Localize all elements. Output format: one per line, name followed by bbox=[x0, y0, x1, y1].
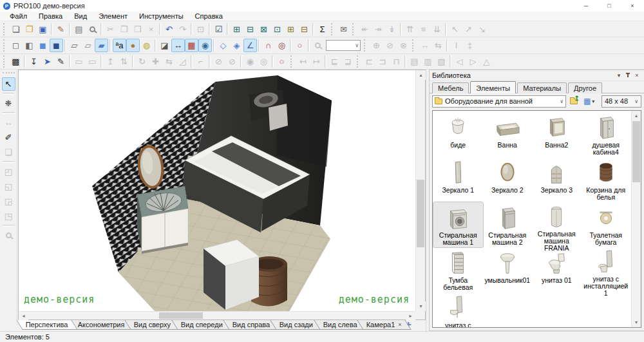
library-item-bath2[interactable]: Ванна2 bbox=[532, 112, 582, 157]
send-mail[interactable]: ✉ bbox=[337, 23, 350, 36]
sum-estimate[interactable]: Σ bbox=[316, 23, 329, 36]
library-item-toilet-paper[interactable]: Туалетная бумага bbox=[582, 202, 631, 247]
view-wireframe[interactable]: ◻ bbox=[9, 39, 23, 52]
panel-preview[interactable]: ⊟ bbox=[243, 23, 257, 36]
snap-points[interactable]: ◇ bbox=[216, 39, 230, 52]
library-tab-furniture[interactable]: Мебель bbox=[432, 82, 469, 93]
collision-ring[interactable]: ○ bbox=[275, 55, 289, 68]
show-shadows[interactable]: ◪ bbox=[158, 39, 171, 52]
view-mode-button[interactable]: ▦ ▾ bbox=[582, 95, 596, 108]
library-tab-elements[interactable]: Элементы bbox=[470, 81, 516, 93]
save-file[interactable]: ▣ bbox=[36, 23, 50, 36]
snap-angle[interactable]: ∠ bbox=[243, 39, 257, 52]
report-editor[interactable]: ✎ bbox=[54, 23, 68, 36]
view-sketch[interactable]: ◧ bbox=[23, 39, 36, 52]
viewport-vertical-scrollbar[interactable]: ▴ ▾ bbox=[415, 70, 425, 311]
pencil-tool[interactable]: ✎ bbox=[54, 55, 68, 68]
library-scrollbar[interactable]: ▴ ▾ bbox=[631, 111, 641, 327]
scroll-left-icon[interactable]: ◂ bbox=[19, 312, 28, 320]
library-item-laundry-basket[interactable]: Корзина для белья bbox=[582, 157, 631, 202]
scroll-up-icon[interactable]: ▴ bbox=[416, 70, 426, 80]
projection-perspective[interactable]: ▰ bbox=[95, 39, 108, 52]
parent-folder-button[interactable]: ↥ bbox=[568, 95, 580, 108]
menu-item-element[interactable]: Элемент bbox=[93, 12, 133, 20]
panel-pin-icon[interactable] bbox=[623, 73, 632, 78]
library-item-washing-machine-1[interactable]: Стиральная машина 1 bbox=[433, 202, 483, 247]
library-item-shower-cabin4[interactable]: душевая кабина4 bbox=[582, 112, 631, 157]
menu-item-tools[interactable]: Инструменты bbox=[133, 12, 189, 20]
menu-item-view[interactable]: Вид bbox=[68, 12, 93, 20]
minimize-button[interactable]: ─ bbox=[574, 0, 598, 12]
view-textured[interactable]: ◼ bbox=[50, 39, 63, 52]
dropdown-arrow-icon[interactable]: ∨ bbox=[560, 99, 564, 104]
panel-prices[interactable]: ⊟ bbox=[298, 23, 311, 36]
scroll-down-icon[interactable]: ▾ bbox=[632, 318, 641, 327]
new-file[interactable]: ❏ bbox=[9, 23, 23, 36]
print-preview[interactable] bbox=[86, 23, 99, 36]
maximize-button[interactable]: □ bbox=[598, 0, 621, 12]
cut-tool[interactable]: ❈ bbox=[2, 97, 15, 110]
snap-magnet[interactable]: ∩ bbox=[261, 39, 275, 52]
snap-elements[interactable]: ◈ bbox=[230, 39, 243, 52]
library-item-laundry-stand[interactable]: Тумба бельевая bbox=[433, 247, 483, 292]
library-item-mirror-1[interactable]: Зеркало 1 bbox=[433, 157, 483, 202]
view-color[interactable]: ◼ bbox=[36, 39, 50, 52]
snap-center[interactable]: ◎ bbox=[275, 39, 289, 52]
menu-item-file[interactable]: Файл bbox=[4, 12, 33, 20]
panel-lighting[interactable]: ⊞ bbox=[284, 23, 298, 36]
library-item-toilet-01[interactable]: унитаз 01 bbox=[532, 247, 582, 292]
library-item-washing-machine-2[interactable]: Стиральная машина 2 bbox=[483, 202, 533, 247]
projection-orthogonal[interactable]: ▱ bbox=[68, 39, 81, 52]
library-item-washing-machine-frania[interactable]: Стиральная машина FRANIA bbox=[532, 202, 582, 247]
menu-item-help[interactable]: Справка bbox=[189, 12, 229, 20]
vertical-scroll-thumb[interactable] bbox=[417, 180, 424, 247]
scroll-up-icon[interactable]: ▴ bbox=[632, 111, 641, 120]
tab-perspective[interactable]: Перспектива bbox=[16, 320, 77, 330]
library-scroll-thumb[interactable] bbox=[632, 121, 640, 182]
viewport-horizontal-scrollbar[interactable]: ◂ ▸ bbox=[19, 311, 415, 319]
library-item-bath[interactable]: Ванна bbox=[483, 112, 533, 157]
zoom-level-combo[interactable]: ∨ bbox=[326, 40, 361, 51]
icon-size-combo[interactable]: 48 x 48 ∨ bbox=[601, 95, 641, 108]
scene-3d[interactable] bbox=[19, 70, 417, 312]
scroll-down-icon[interactable]: ▾ bbox=[416, 301, 426, 311]
tab-camera1[interactable]: Камера1× bbox=[357, 320, 412, 330]
panel-structure[interactable]: ⊠ bbox=[257, 23, 270, 36]
project-options[interactable]: ☑ bbox=[212, 23, 225, 36]
tab-view-front[interactable]: Вид спереди bbox=[171, 320, 232, 330]
panel-close-icon[interactable]: × bbox=[632, 72, 641, 79]
library-item-mirror-3[interactable]: Зеркало 3 bbox=[532, 157, 582, 202]
show-grid[interactable]: ▦ bbox=[185, 39, 198, 52]
corner-sink-cabinet[interactable] bbox=[137, 186, 188, 254]
projection-axonometric[interactable]: ▱ bbox=[81, 39, 95, 52]
stand-on-floor[interactable]: ↧ bbox=[27, 55, 41, 68]
panel-elements[interactable]: ⊞ bbox=[230, 23, 243, 36]
panel-menu-icon[interactable]: ▾ bbox=[614, 72, 623, 79]
open-file[interactable]: ❐ bbox=[23, 23, 36, 36]
panel-dimensions[interactable]: ⊡ bbox=[270, 23, 284, 36]
show-materials[interactable]: ● bbox=[126, 39, 140, 52]
library-item-washbasin01[interactable]: умывальник01 bbox=[483, 247, 533, 292]
scroll-right-icon[interactable]: ▸ bbox=[406, 312, 415, 320]
horizontal-scroll-thumb[interactable] bbox=[159, 312, 203, 319]
category-combo[interactable]: Оборудование для ванной ∨ bbox=[432, 95, 566, 108]
show-preview[interactable]: ◉ bbox=[198, 39, 212, 52]
pointer-tool[interactable]: ↖ bbox=[2, 77, 15, 91]
library-item-wall-toilet-1[interactable]: унитаз с инсталляцией 1 bbox=[582, 247, 631, 292]
dropdown-arrow-icon[interactable]: ∨ bbox=[355, 43, 359, 48]
close-button[interactable]: × bbox=[621, 0, 644, 12]
library-item-bidet[interactable]: биде bbox=[433, 112, 483, 157]
print[interactable]: ▤ bbox=[72, 23, 86, 36]
collision-check[interactable]: ○ bbox=[293, 39, 307, 52]
picker-tool[interactable]: ✐ bbox=[2, 131, 15, 144]
undo[interactable]: ↶ bbox=[162, 23, 176, 36]
library-item-mirror-2[interactable]: Зеркало 2 bbox=[483, 157, 533, 202]
viewport-3d[interactable]: демо-версия демо-версия ▴ ▾ ◂ ▸ bbox=[18, 70, 426, 320]
library-item-wall-toilet-2[interactable]: унитаз с bbox=[433, 292, 483, 328]
show-lighting[interactable]: ◍ bbox=[140, 39, 153, 52]
library-tab-materials[interactable]: Материалы bbox=[517, 82, 567, 93]
menu-item-edit[interactable]: Правка bbox=[33, 12, 68, 20]
show-dimensions[interactable]: ↔ bbox=[171, 39, 185, 52]
library-tab-other[interactable]: Другое bbox=[568, 82, 602, 93]
tab-axonometry[interactable]: Аксонометрия bbox=[68, 320, 134, 330]
